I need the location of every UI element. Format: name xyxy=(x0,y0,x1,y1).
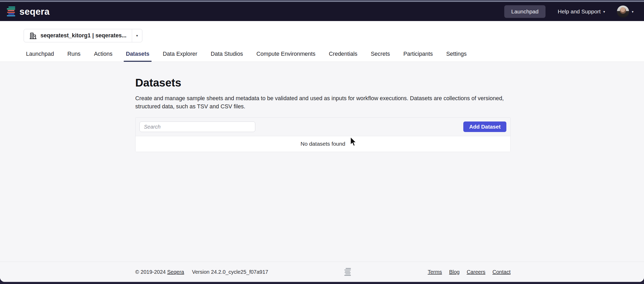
seqera-logo[interactable]: seqera xyxy=(7,6,50,17)
chevron-down-icon: ▾ xyxy=(632,10,633,13)
help-and-support-menu[interactable]: Help and Support ▾ xyxy=(558,8,605,15)
seqera-mark-icon xyxy=(344,268,351,276)
page-content: seqeratest_kitorg1 | seqerates... ▾ Laun… xyxy=(0,21,644,282)
empty-state-row: No datasets found xyxy=(136,136,510,152)
tab-settings[interactable]: Settings xyxy=(446,51,467,62)
tab-datasets[interactable]: Datasets xyxy=(125,51,150,62)
footer-link-contact[interactable]: Contact xyxy=(492,269,511,275)
copyright-text: © 2019-2024 Seqera xyxy=(135,269,184,275)
datasets-toolbar: Add Dataset xyxy=(136,118,510,136)
footer-link-blog[interactable]: Blog xyxy=(449,269,460,275)
launchpad-button[interactable]: Launchpad xyxy=(504,5,546,18)
tab-launchpad[interactable]: Launchpad xyxy=(25,51,54,62)
avatar xyxy=(617,6,629,18)
search-input[interactable] xyxy=(139,121,255,132)
tab-data-explorer[interactable]: Data Explorer xyxy=(162,51,198,62)
tab-compute-environments[interactable]: Compute Environments xyxy=(256,51,316,62)
page-description: Create and manage sample sheets and meta… xyxy=(135,94,511,110)
chevron-down-icon: ▾ xyxy=(603,10,605,13)
version-text: Version 24.2.0_cycle25_f07a917 xyxy=(192,269,268,275)
empty-state-message: No datasets found xyxy=(300,141,345,147)
add-dataset-button[interactable]: Add Dataset xyxy=(463,121,506,132)
workspace-selector[interactable]: seqeratest_kitorg1 | seqerates... ▾ xyxy=(24,29,142,42)
page-title: Datasets xyxy=(135,77,511,89)
tab-data-studios[interactable]: Data Studios xyxy=(210,51,243,62)
footer-link-terms[interactable]: Terms xyxy=(428,269,442,275)
user-menu[interactable]: ▾ xyxy=(617,6,633,18)
brand-name: seqera xyxy=(19,6,50,17)
tab-credentials[interactable]: Credentials xyxy=(328,51,358,62)
tab-actions[interactable]: Actions xyxy=(94,51,113,62)
footer-links: TermsBlogCareersContact xyxy=(428,269,511,275)
tab-runs[interactable]: Runs xyxy=(67,51,81,62)
page-footer: © 2019-2024 Seqera Version 24.2.0_cycle2… xyxy=(0,262,644,282)
footer-link-careers[interactable]: Careers xyxy=(467,269,485,275)
datasets-panel: Add Dataset No datasets found xyxy=(135,117,511,152)
workspace-selector-label: seqeratest_kitorg1 | seqerates... xyxy=(40,32,127,39)
seqera-link[interactable]: Seqera xyxy=(167,269,184,275)
workspace-tabs: LaunchpadRunsActionsDatasetsData Explore… xyxy=(0,51,644,62)
tab-secrets[interactable]: Secrets xyxy=(370,51,391,62)
help-and-support-label: Help and Support xyxy=(558,8,600,15)
seqera-logo-icon xyxy=(7,7,16,16)
tab-participants[interactable]: Participants xyxy=(403,51,433,62)
chevron-down-icon: ▾ xyxy=(136,34,138,38)
main-area: Datasets Create and manage sample sheets… xyxy=(0,62,644,262)
top-navbar: seqera Launchpad Help and Support ▾ ▾ xyxy=(0,2,644,21)
organization-icon xyxy=(29,32,37,40)
